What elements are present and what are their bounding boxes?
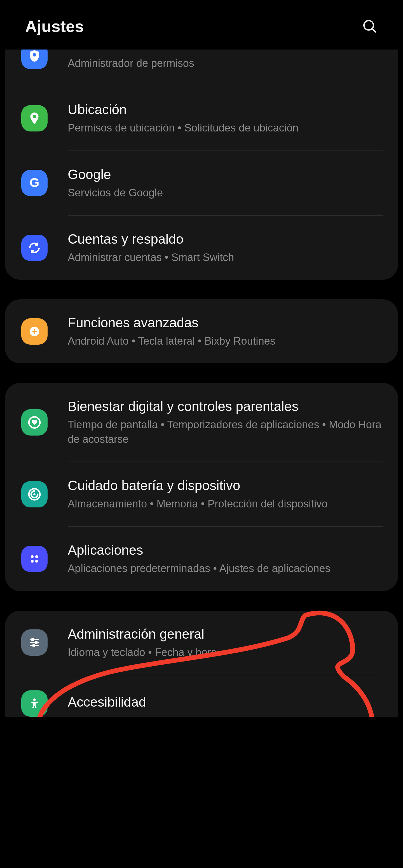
item-text: Accesibilidad <box>68 694 383 713</box>
person-icon <box>21 690 48 717</box>
item-title: Bienestar digital y controles parentales <box>68 398 383 415</box>
settings-item-device-care[interactable]: Cuidado batería y dispositivo Almacenami… <box>5 462 398 526</box>
battery-circle-icon <box>21 481 48 507</box>
plus-icon <box>21 318 48 345</box>
item-subtitle: Tiempo de pantalla • Temporizadores de a… <box>68 417 383 446</box>
item-subtitle: Servicios de Google <box>68 186 383 200</box>
settings-group: Bienestar digital y controles parentales… <box>5 383 398 591</box>
item-text: Bienestar digital y controles parentales… <box>68 398 383 446</box>
svg-point-9 <box>33 493 35 495</box>
svg-rect-6 <box>32 331 37 332</box>
item-text: Administración general Idioma y teclado … <box>68 626 383 660</box>
settings-item-wellbeing[interactable]: Bienestar digital y controles parentales… <box>5 383 398 462</box>
search-icon[interactable] <box>362 18 378 34</box>
item-text: Aplicaciones Aplicaciones predeterminada… <box>68 542 383 576</box>
svg-text:G: G <box>29 176 39 190</box>
item-title: Aplicaciones <box>68 542 383 559</box>
item-text: Funciones avanzadas Android Auto • Tecla… <box>68 314 383 348</box>
svg-point-12 <box>31 560 34 562</box>
svg-point-19 <box>33 645 35 647</box>
google-icon: G <box>21 170 48 196</box>
shield-icon <box>21 50 48 69</box>
item-title: Funciones avanzadas <box>68 314 383 331</box>
item-subtitle: Android Auto • Tecla lateral • Bixby Rou… <box>68 334 383 348</box>
heart-circle-icon <box>21 409 48 436</box>
item-title: Ubicación <box>68 101 383 118</box>
settings-item-general[interactable]: Administración general Idioma y teclado … <box>5 611 398 675</box>
sliders-icon <box>21 629 48 656</box>
settings-item-location[interactable]: Ubicación Permisos de ubicación • Solici… <box>5 86 398 150</box>
item-text: Cuentas y respaldo Administrar cuentas •… <box>68 231 383 265</box>
item-text: Administrador de permisos <box>68 56 383 70</box>
item-subtitle: Permisos de ubicación • Solicitudes de u… <box>68 121 383 135</box>
settings-group: Administrador de permisos Ubicación Perm… <box>5 50 398 280</box>
svg-point-2 <box>33 53 36 57</box>
item-title: Cuidado batería y dispositivo <box>68 477 383 494</box>
item-subtitle: Administrar cuentas • Smart Switch <box>68 250 383 265</box>
item-title: Cuentas y respaldo <box>68 231 383 248</box>
settings-item-advanced[interactable]: Funciones avanzadas Android Auto • Tecla… <box>5 299 398 363</box>
grid-icon <box>21 546 48 572</box>
item-title: Administración general <box>68 626 383 643</box>
settings-item-privacy[interactable]: Administrador de permisos <box>5 50 398 86</box>
item-text: Google Servicios de Google <box>68 166 383 200</box>
svg-point-15 <box>32 639 34 641</box>
item-subtitle: Aplicaciones predeterminadas • Ajustes d… <box>68 561 383 576</box>
svg-point-17 <box>35 642 37 644</box>
svg-line-1 <box>372 29 376 32</box>
header: Ajustes <box>0 0 403 50</box>
item-text: Ubicación Permisos de ubicación • Solici… <box>68 101 383 135</box>
item-subtitle: Almacenamiento • Memoria • Protección de… <box>68 497 383 511</box>
item-title: Google <box>68 166 383 183</box>
settings-item-apps[interactable]: Aplicaciones Aplicaciones predeterminada… <box>5 527 398 591</box>
item-subtitle: Idioma y teclado • Fecha y hora <box>68 645 383 660</box>
svg-point-20 <box>33 699 35 701</box>
svg-point-11 <box>35 555 38 558</box>
settings-group: Administración general Idioma y teclado … <box>5 611 398 717</box>
pin-icon <box>21 105 48 131</box>
svg-point-13 <box>35 560 38 562</box>
sync-icon <box>21 235 48 261</box>
item-title: Accesibilidad <box>68 694 383 711</box>
settings-group: Funciones avanzadas Android Auto • Tecla… <box>5 299 398 363</box>
svg-point-10 <box>31 555 34 558</box>
page-title: Ajustes <box>25 17 84 35</box>
settings-item-accounts[interactable]: Cuentas y respaldo Administrar cuentas •… <box>5 216 398 280</box>
svg-point-0 <box>364 21 373 30</box>
settings-item-accessibility[interactable]: Accesibilidad <box>5 675 398 717</box>
item-text: Cuidado batería y dispositivo Almacenami… <box>68 477 383 511</box>
settings-item-google[interactable]: G Google Servicios de Google <box>5 151 398 215</box>
item-subtitle: Administrador de permisos <box>68 56 383 70</box>
